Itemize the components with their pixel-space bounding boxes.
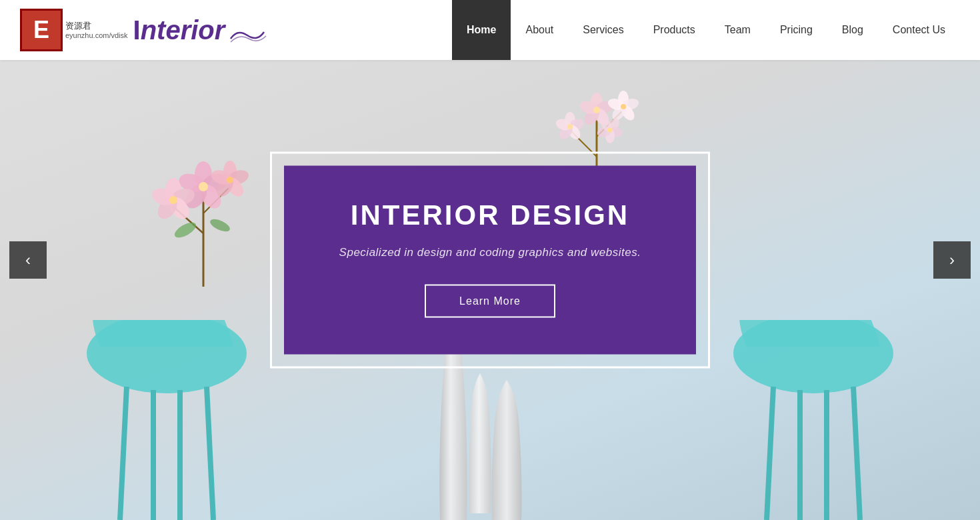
logo-url: eyunzhu.com/vdisk (65, 31, 128, 39)
nav-blog[interactable]: Blog (827, 0, 878, 60)
nav-products[interactable]: Products (639, 0, 710, 60)
slider-next-button[interactable]: › (933, 241, 971, 279)
slider-prev-button[interactable]: ‹ (9, 241, 47, 279)
logo-chinese-name: 资源君 (65, 21, 128, 31)
svg-point-26 (608, 128, 613, 133)
learn-more-button[interactable]: Learn More (425, 285, 555, 318)
nav-links: Home About Services Products Team Pricin… (452, 0, 960, 60)
svg-line-56 (767, 387, 773, 520)
logo-icon: E (20, 9, 63, 51)
flower-left-decoration (127, 133, 280, 287)
nav-home[interactable]: Home (452, 0, 511, 60)
logo-name: Interior (133, 15, 225, 45)
logo-area: E 资源君 eyunzhu.com/vdisk Interior (20, 9, 267, 51)
logo-name-row: Interior (133, 15, 268, 45)
svg-line-57 (853, 387, 860, 520)
chevron-left-icon: ‹ (25, 251, 31, 269)
chevron-right-icon: › (949, 251, 955, 269)
svg-line-52 (207, 387, 213, 520)
svg-point-20 (621, 104, 626, 109)
svg-point-14 (567, 124, 573, 129)
hero-subtitle: Specialized in design and coding graphic… (324, 246, 656, 259)
svg-point-47 (227, 177, 233, 183)
hero-section: E 资源君 eyunzhu.com/vdisk Interior Home Ab… (0, 0, 980, 520)
overlay-inner-box: INTERIOR DESIGN Specialized in design an… (284, 166, 696, 355)
overlay-outer-border: INTERIOR DESIGN Specialized in design an… (270, 152, 710, 369)
svg-point-48 (172, 219, 198, 241)
nav-about[interactable]: About (511, 0, 568, 60)
hero-title: INTERIOR DESIGN (324, 199, 656, 231)
svg-point-8 (593, 107, 600, 113)
hero-overlay: INTERIOR DESIGN Specialized in design an… (270, 152, 710, 369)
nav-pricing[interactable]: Pricing (765, 0, 827, 60)
svg-point-35 (199, 182, 208, 191)
logo-text-block: 资源君 eyunzhu.com/vdisk (65, 21, 128, 39)
nav-team[interactable]: Team (710, 0, 765, 60)
svg-line-51 (120, 387, 127, 520)
nav-services[interactable]: Services (568, 0, 638, 60)
svg-point-49 (209, 217, 232, 234)
logo-swirl (227, 25, 267, 45)
navbar: E 资源君 eyunzhu.com/vdisk Interior Home Ab… (0, 0, 980, 60)
nav-contact[interactable]: Contect Us (878, 0, 960, 60)
svg-point-41 (169, 196, 177, 204)
